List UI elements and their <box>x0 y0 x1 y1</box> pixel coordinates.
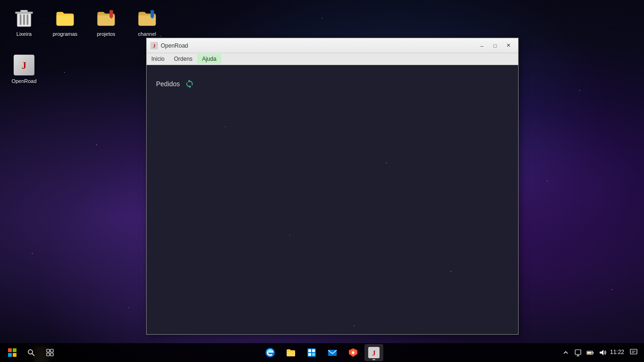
title-bar: J OpenRoad – □ ✕ <box>147 38 518 53</box>
folder-projetos-icon <box>95 7 117 29</box>
taskbar-edge[interactable] <box>261 344 280 361</box>
svg-rect-20 <box>47 349 50 352</box>
title-left: J OpenRoad <box>150 42 188 49</box>
svg-rect-29 <box>312 353 315 356</box>
window-controls: – □ ✕ <box>476 41 514 50</box>
task-view-button[interactable] <box>41 344 58 361</box>
search-button[interactable] <box>23 344 40 361</box>
sound-icon[interactable] <box>598 348 607 357</box>
menu-bar: Inicio Ordens Ajuda <box>147 53 518 65</box>
svg-rect-3 <box>27 15 29 25</box>
openroad-desktop-label: OpenRoad <box>11 78 36 84</box>
svg-text:⚡: ⚡ <box>589 352 592 355</box>
svg-rect-35 <box>575 350 581 354</box>
desktop-icon-lixeira[interactable]: Lixeira <box>7 5 41 39</box>
svg-line-19 <box>32 354 34 356</box>
java-icon: J <box>14 55 34 75</box>
svg-rect-28 <box>308 353 311 356</box>
taskbar-center: J <box>261 344 383 361</box>
tray-expand-button[interactable] <box>561 348 570 357</box>
window-app-icon: J <box>150 42 158 49</box>
taskbar-left <box>4 344 58 361</box>
svg-rect-22 <box>47 353 50 356</box>
taskbar-java-app[interactable]: J <box>364 344 383 361</box>
openroad-desktop-icon: J <box>13 54 35 76</box>
svg-rect-27 <box>312 349 315 352</box>
minimize-button[interactable]: – <box>476 41 488 50</box>
system-clock[interactable]: 11:22 <box>610 349 624 356</box>
svg-marker-42 <box>600 350 603 355</box>
notification-button[interactable] <box>627 344 640 361</box>
loading-spinner <box>185 79 194 89</box>
projetos-label: projetos <box>97 31 115 37</box>
svg-rect-21 <box>50 349 53 352</box>
taskbar-explorer[interactable] <box>281 344 300 361</box>
svg-text:J: J <box>22 60 26 71</box>
svg-rect-6 <box>109 10 113 17</box>
programas-label: programas <box>53 31 78 37</box>
app-window: J OpenRoad – □ ✕ Inicio Ordens Ajuda Ped… <box>146 38 519 335</box>
taskbar-right: ⚡ 11:22 <box>561 344 640 361</box>
desktop-icon-area: Lixeira programas <box>7 5 164 39</box>
folder-channel-icon <box>136 7 158 29</box>
desktop-icon-programas[interactable]: programas <box>48 5 82 39</box>
taskbar-mail[interactable] <box>323 344 342 361</box>
battery-icon[interactable]: ⚡ <box>586 348 595 357</box>
svg-rect-30 <box>328 350 337 356</box>
menu-inicio[interactable]: Inicio <box>147 54 169 64</box>
taskbar: J <box>0 343 644 362</box>
svg-rect-14 <box>8 348 12 352</box>
window-title: OpenRoad <box>161 42 188 49</box>
svg-rect-5 <box>21 10 28 13</box>
desktop-icon-projetos[interactable]: projetos <box>89 5 123 39</box>
svg-text:J: J <box>372 350 376 357</box>
svg-point-18 <box>28 350 33 354</box>
svg-rect-23 <box>50 353 53 356</box>
svg-rect-8 <box>150 10 154 17</box>
desktop-icon-openroad[interactable]: J OpenRoad <box>7 52 41 86</box>
start-button[interactable] <box>4 344 21 361</box>
svg-rect-26 <box>308 349 311 352</box>
recycle-icon <box>13 7 35 29</box>
svg-text:J: J <box>153 43 156 49</box>
desktop: Lixeira programas <box>0 0 644 362</box>
menu-ajuda[interactable]: Ajuda <box>197 54 221 64</box>
svg-rect-1 <box>20 15 22 25</box>
svg-rect-43 <box>630 349 637 354</box>
svg-rect-2 <box>23 15 25 25</box>
close-button[interactable]: ✕ <box>502 41 514 50</box>
folder-programas-icon <box>54 7 76 29</box>
svg-rect-16 <box>8 353 12 357</box>
content-area: Pedidos <box>147 65 518 334</box>
taskbar-store[interactable] <box>302 344 321 361</box>
taskbar-brave[interactable] <box>344 344 363 361</box>
pedidos-section: Pedidos <box>156 79 194 89</box>
menu-ordens[interactable]: Ordens <box>169 54 197 64</box>
pedidos-label: Pedidos <box>156 80 180 88</box>
svg-rect-15 <box>13 348 17 352</box>
svg-rect-39 <box>593 352 594 354</box>
maximize-button[interactable]: □ <box>489 41 501 50</box>
desktop-icon-channel[interactable]: channel <box>130 5 164 39</box>
channel-label: channel <box>138 31 157 37</box>
network-icon[interactable] <box>573 348 583 357</box>
lixeira-label: Lixeira <box>17 31 32 37</box>
svg-rect-17 <box>13 353 17 357</box>
